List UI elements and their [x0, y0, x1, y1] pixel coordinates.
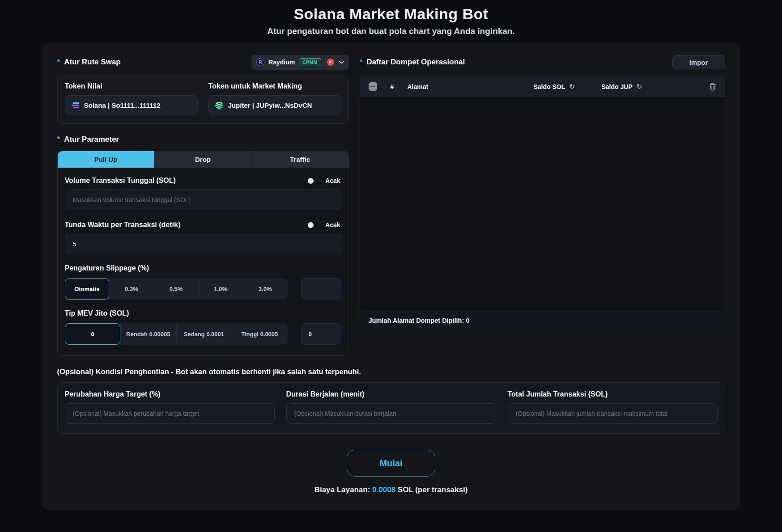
wallet-table-body	[360, 97, 725, 310]
jito-tip-label: Tip MEV Jito (SOL)	[65, 309, 341, 317]
column-sol-balance: Saldo SOL	[534, 83, 565, 90]
jito-tip-options: 0 Rendah 0.00005 Sedang 0.0001 Tinggi 0.…	[65, 323, 288, 345]
selected-wallets-count: Jumlah Alamat Dompet Dipilih: 0	[369, 317, 470, 324]
start-button[interactable]: Mulai	[347, 450, 435, 477]
jito-tip-option-medium[interactable]: Sedang 0.0001	[176, 323, 232, 345]
base-token-value: Solana | So1111...111112	[84, 101, 161, 109]
token-route-panel: Token Nilai Solana | So1111...111112 Tok…	[57, 76, 349, 124]
dex-name: Raydium	[268, 59, 295, 66]
volume-label: Volume Transaksi Tunggal (SOL)	[65, 177, 176, 185]
mode-tabs: Pull Up Drop Traffic	[58, 151, 348, 168]
slippage-custom-input[interactable]	[301, 278, 341, 300]
fee-value: 0.0008	[372, 486, 395, 494]
tab-traffic[interactable]: Traffic	[252, 151, 348, 168]
jito-tip-custom-input[interactable]	[301, 323, 341, 345]
volume-random-label: Acak	[325, 177, 340, 184]
required-asterisk: *	[57, 58, 60, 67]
slippage-options: Otomatis 0.3% 0.5% 1.0% 3.0%	[65, 278, 288, 300]
solana-icon	[72, 102, 79, 108]
wallet-table-footer: Jumlah Alamat Dompet Dipilih: 0	[360, 310, 725, 331]
wallet-table: # Alamat Saldo SOL ↻ Saldo JUP ↻	[360, 76, 725, 331]
swap-route-title: Atur Rute Swap	[64, 58, 121, 67]
jito-tip-option-low[interactable]: Rendah 0.00005	[120, 323, 176, 345]
mm-token-select[interactable]: Jupiter | JUPyiw...NsDvCN	[208, 95, 341, 115]
required-asterisk: *	[360, 58, 363, 67]
import-button[interactable]: Impor	[672, 55, 725, 69]
volume-input[interactable]	[65, 190, 341, 210]
required-asterisk: *	[57, 135, 60, 144]
slippage-label: Pengaturan Slippage (%)	[65, 264, 341, 272]
column-index: #	[391, 83, 408, 90]
delay-input[interactable]	[65, 234, 341, 254]
swap-settings-column: * Atur Rute Swap R Raydium CPMM × Token …	[57, 54, 349, 356]
duration-label: Durasi Berjalan (menit)	[286, 390, 496, 398]
delay-random-label: Acak	[325, 221, 340, 228]
raydium-icon: R	[256, 58, 264, 66]
wallets-column: * Daftar Dompet Operasional Impor # Alam…	[360, 54, 725, 356]
page-subtitle: Atur pengaturan bot dan buat pola chart …	[0, 26, 782, 36]
service-fee-line: Biaya Layanan: 0.0008 SOL (per transaksi…	[57, 486, 725, 494]
delete-wallets-button[interactable]	[709, 83, 716, 91]
refresh-sol-icon[interactable]: ↻	[569, 83, 575, 91]
jito-tip-option-zero[interactable]: 0	[65, 323, 121, 345]
trash-icon	[709, 83, 716, 91]
wallets-title: Daftar Dompet Operasional	[366, 58, 465, 67]
total-volume-input[interactable]	[508, 403, 718, 424]
stop-conditions-panel: Perubahan Harga Target (%) Durasi Berjal…	[57, 382, 725, 434]
wallet-table-header: # Alamat Saldo SOL ↻ Saldo JUP ↻	[360, 76, 725, 97]
delay-random-toggle[interactable]	[308, 222, 314, 228]
jito-tip-option-high[interactable]: Tinggi 0.0005	[232, 323, 288, 345]
slippage-option-05[interactable]: 0.5%	[154, 278, 199, 300]
base-token-label: Token Nilai	[65, 82, 198, 90]
mm-token-label: Token untuk Market Making	[208, 82, 341, 90]
page-header: Solana Market Making Bot Atur pengaturan…	[0, 0, 782, 36]
volume-random-toggle[interactable]	[308, 178, 314, 184]
total-volume-label: Total Jumlah Transaksi (SOL)	[508, 390, 718, 398]
select-all-checkbox[interactable]	[369, 82, 377, 91]
main-card: * Atur Rute Swap R Raydium CPMM × Token …	[42, 42, 740, 510]
fee-suffix: SOL (per transaksi)	[395, 486, 468, 494]
page-title: Solana Market Making Bot	[0, 5, 782, 23]
slippage-option-auto[interactable]: Otomatis	[65, 278, 110, 300]
mm-token-value: Jupiter | JUPyiw...NsDvCN	[228, 101, 312, 109]
delay-label: Tunda Waktu per Transaksi (detik)	[65, 221, 181, 229]
parameters-panel: Pull Up Drop Traffic Volume Transaksi Tu…	[57, 151, 349, 356]
chevron-down-icon	[339, 61, 344, 64]
duration-input[interactable]	[286, 403, 496, 424]
tab-pull-up[interactable]: Pull Up	[58, 151, 155, 168]
dex-selector[interactable]: R Raydium CPMM ×	[251, 55, 348, 70]
base-token-select[interactable]: Solana | So1111...111112	[65, 95, 198, 115]
slippage-option-10[interactable]: 1.0%	[198, 278, 243, 300]
refresh-jup-icon[interactable]: ↻	[637, 83, 642, 91]
column-address: Alamat	[408, 83, 534, 90]
fee-prefix: Biaya Layanan:	[314, 486, 372, 494]
clear-dex-icon[interactable]: ×	[327, 59, 334, 66]
slippage-option-03[interactable]: 0.3%	[109, 278, 154, 300]
dex-type-badge: CPMM	[299, 58, 321, 66]
parameters-title: Atur Parameter	[64, 135, 119, 144]
price-target-label: Perubahan Harga Target (%)	[65, 390, 275, 398]
tab-drop[interactable]: Drop	[155, 151, 252, 168]
stop-conditions-title: (Opsional) Kondisi Penghentian - Bot aka…	[57, 367, 725, 376]
jupiter-icon	[215, 101, 223, 110]
price-target-input[interactable]	[65, 403, 275, 424]
column-jup-balance: Saldo JUP	[602, 83, 633, 90]
slippage-option-30[interactable]: 3.0%	[243, 278, 288, 300]
